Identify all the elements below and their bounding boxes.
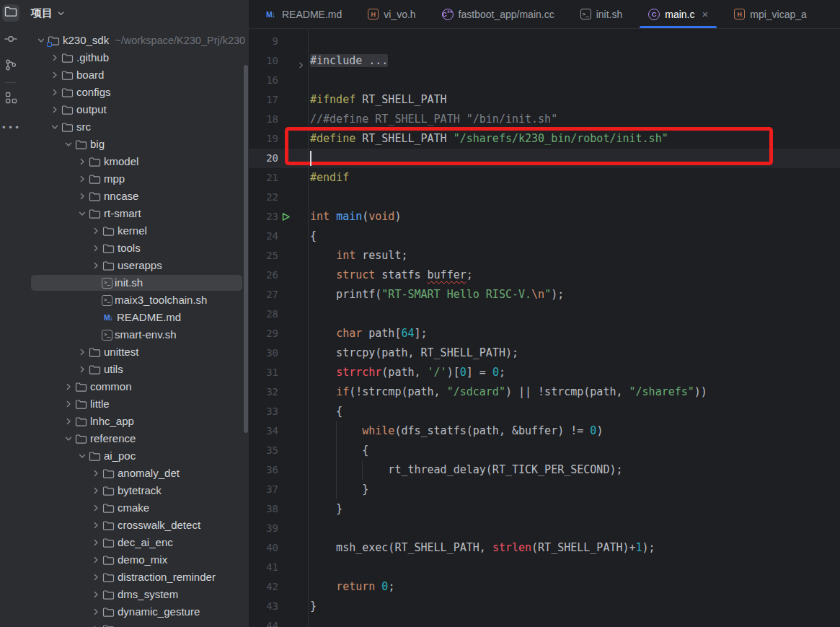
code-line-26[interactable]: 26 struct statfs buffer; [249,266,840,285]
chevron-collapsed-icon[interactable] [62,413,74,430]
tree-item-maix3-toolchain-sh[interactable]: >_maix3_toolchain.sh [22,291,249,309]
tree-item-rt-smart[interactable]: rt-smart [22,205,249,222]
tree-item-unittest[interactable]: unittest [22,343,249,361]
code-line-22[interactable]: 22 [249,188,840,207]
tree-item-tools[interactable]: tools [22,240,249,257]
gutter[interactable] [278,129,310,149]
code-line-36[interactable]: 36 rt_thread_delay(RT_TICK_PER_SECOND); [249,460,840,480]
chevron-collapsed-icon[interactable] [89,257,102,274]
code-line-30[interactable]: 30 strcpy(path, RT_SHELL_PATH); [249,343,840,363]
code-line-19[interactable]: 19#define RT_SHELL_PATH "/sharefs/k230_b… [249,129,840,149]
gutter[interactable] [278,343,310,363]
gutter[interactable] [278,499,310,519]
gutter[interactable] [278,460,310,480]
tree-item-lnhc-app[interactable]: lnhc_app [22,413,249,430]
gutter[interactable] [278,480,310,499]
tree-item-kmodel[interactable]: kmodel [22,153,249,170]
gutter[interactable] [278,304,310,324]
gutter[interactable] [278,246,310,266]
chevron-collapsed-icon[interactable] [89,603,102,621]
chevron-expanded-icon[interactable] [48,118,61,136]
tree-item-distraction-reminder[interactable]: distraction_reminder [22,569,249,586]
tree-item-dec-ai-enc[interactable]: dec_ai_enc [22,534,249,551]
chevron-collapsed-icon[interactable] [76,188,88,205]
chevron-expanded-icon[interactable] [62,430,74,447]
chevron-collapsed-icon[interactable] [89,621,102,627]
gutter[interactable] [278,266,310,285]
tree-item-init-sh[interactable]: >_init.sh [22,274,249,291]
close-tab-icon[interactable]: × [702,9,709,19]
code-line-25[interactable]: 25 int result; [249,246,840,266]
tree-item-k230-sdk[interactable]: k230_sdk~/workspace/K230_Prj/k230 [22,32,249,49]
chevron-collapsed-icon[interactable] [62,378,74,395]
gutter[interactable] [278,558,310,577]
tree-item-board[interactable]: board [22,66,249,84]
chevron-collapsed-icon[interactable] [48,49,61,66]
gutter[interactable] [278,616,310,627]
sidebar-scrollbar[interactable] [244,65,248,433]
tab-main-c[interactable]: Cmain.c× [635,0,721,28]
code-line-17[interactable]: 17#ifndef RT_SHELL_PATH [249,90,840,110]
code-line-44[interactable]: 44 [249,616,840,627]
tree-item-nncase[interactable]: nncase [22,188,249,205]
tab-init-sh[interactable]: >_init.sh [567,0,636,28]
gutter[interactable] [278,421,310,441]
tree-item-utils[interactable]: utils [22,361,249,378]
chevron-collapsed-icon[interactable] [48,66,61,84]
tree-item-readme-md[interactable]: M↓README.md [22,309,249,326]
tree-item-userapps[interactable]: userapps [22,257,249,274]
gutter[interactable] [278,71,310,90]
gutter[interactable] [278,51,310,71]
chevron-collapsed-icon[interactable] [89,569,102,586]
gutter[interactable] [278,207,310,227]
project-tool-button[interactable] [2,4,19,22]
tree-item-anomaly-det[interactable]: anomaly_det [22,465,249,482]
tree-item-configs[interactable]: configs [22,84,249,101]
chevron-collapsed-icon[interactable] [76,361,88,378]
gutter[interactable] [278,188,310,207]
chevron-collapsed-icon[interactable] [76,343,88,361]
commit-tool-button[interactable] [2,32,19,49]
code-line-40[interactable]: 40 msh_exec(RT_SHELL_PATH, strlen(RT_SHE… [249,538,840,558]
chevron-collapsed-icon[interactable] [62,395,74,413]
tree-item-output[interactable]: output [22,101,249,118]
more-tools-button[interactable]: • • • [2,119,19,136]
gutter[interactable] [278,363,310,382]
code-line-42[interactable]: 42 return 0; [249,577,840,597]
tree-item-dynamic-gesture[interactable]: dynamic_gesture [22,603,249,621]
code-line-16[interactable]: 16 [249,71,840,90]
code-line-18[interactable]: 18//#define RT_SHELL_PATH "/bin/init.sh" [249,110,840,129]
chevron-collapsed-icon[interactable] [48,84,61,101]
chevron-expanded-icon[interactable] [35,32,47,49]
chevron-collapsed-icon[interactable] [89,482,102,499]
tab-readme-md[interactable]: M↓README.md [251,0,355,28]
gutter[interactable] [278,402,310,421]
structure-tool-button[interactable] [2,90,19,108]
gutter[interactable] [278,382,310,402]
tree-item-bytetrack[interactable]: bytetrack [22,482,249,499]
code-line-33[interactable]: 33 { [249,402,840,421]
code-line-35[interactable]: 35 { [249,441,840,460]
gutter[interactable] [278,597,310,616]
tree-item-mpp[interactable]: mpp [22,170,249,188]
chevron-expanded-icon[interactable] [76,205,88,222]
tree-item-little[interactable]: little [22,395,249,413]
code-line-10[interactable]: 10#include ... [249,51,840,71]
code-line-21[interactable]: 21#endif [249,168,840,188]
code-line-41[interactable]: 41 [249,558,840,577]
code-line-32[interactable]: 32 if(!strcmp(path, "/sdcard") || !strcm… [249,382,840,402]
code-line-20[interactable]: 20 [249,149,840,168]
code-line-9[interactable]: 9 [249,32,840,51]
tab-vi-vo-h[interactable]: Hvi_vo.h [355,0,428,28]
tree-item-reference[interactable]: reference [22,430,249,447]
chevron-expanded-icon[interactable] [62,136,74,153]
code-area[interactable]: 910#include ...1617#ifndef RT_SHELL_PATH… [249,29,840,627]
tree-item-github[interactable]: .github [22,49,249,66]
code-line-43[interactable]: 43} [249,597,840,616]
tree-item-folder-partial[interactable] [22,621,249,627]
chevron-collapsed-icon[interactable] [89,240,102,257]
tree-item-ai-poc[interactable]: ai_poc [22,447,249,465]
chevron-collapsed-icon[interactable] [89,499,102,517]
gutter[interactable] [278,149,310,168]
tree-item-demo-mix[interactable]: demo_mix [22,551,249,569]
